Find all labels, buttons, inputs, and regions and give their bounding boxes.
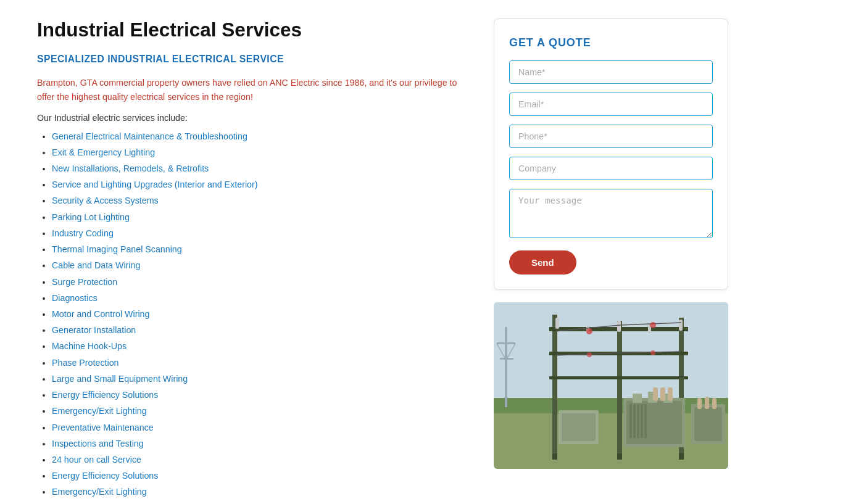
svg-point-46 [587,352,592,357]
list-item: Preventative Maintenance [52,501,469,504]
list-item: Inspections and Testing [52,436,469,451]
company-input[interactable] [509,157,713,180]
list-item: 24 hour on call Service [52,452,469,467]
list-item: Energy Efficiency Solutions [52,387,469,402]
svg-rect-50 [679,453,684,460]
list-item: Parking Lot Lighting [52,210,469,225]
list-item: Large and Small Equipment Wiring [52,371,469,386]
list-item: Preventative Maintenance [52,420,469,435]
list-item: Phase Protection [52,355,469,370]
svg-rect-27 [637,404,639,438]
svg-rect-25 [629,404,632,438]
svg-rect-48 [552,453,557,460]
substation-image [494,302,728,469]
page-subtitle: SPECIALIZED INDUSTRIAL ELECTRICAL SERVIC… [37,54,469,65]
svg-rect-26 [633,404,636,438]
list-item: Diagnostics [52,291,469,305]
svg-rect-10 [617,321,622,456]
svg-point-47 [650,350,655,355]
services-intro: Our Industrial electric services include… [37,113,469,123]
svg-rect-6 [500,358,513,360]
list-item: Machine Hook-Ups [52,339,469,353]
list-item: Energy Efficiency Solutions [52,468,469,483]
svg-point-45 [650,322,656,328]
list-item: Emergency/Exit Lighting [52,403,469,418]
svg-rect-49 [617,453,622,460]
list-item: Service and Lighting Upgrades (Interior … [52,177,469,192]
send-button[interactable]: Send [509,250,576,275]
svg-rect-9 [552,315,557,456]
list-item: Cable and Data Wiring [52,258,469,273]
svg-rect-29 [644,404,647,438]
list-item: Exit & Emergency Lighting [52,145,469,160]
svg-rect-36 [705,397,709,409]
list-item: Surge Protection [52,275,469,289]
services-list: General Electrical Maintenance & Trouble… [37,129,469,504]
list-item: New Installations, Remodels, & Retrofits [52,161,469,176]
list-item: Security & Access Systems [52,193,469,208]
svg-rect-22 [633,394,642,403]
svg-rect-5 [497,342,515,344]
list-item: Emergency/Exit Lighting [52,484,469,499]
list-item: Motor and Control Wiring [52,307,469,321]
svg-rect-15 [555,318,559,329]
intro-paragraph: Brampton, GTA commercial property owners… [37,76,469,104]
email-input[interactable] [509,93,713,116]
svg-rect-32 [668,387,673,401]
phone-input[interactable] [509,125,713,148]
svg-rect-39 [562,413,596,441]
message-input[interactable] [509,189,713,238]
quote-title: GET A QUOTE [509,36,713,49]
svg-rect-17 [679,320,683,331]
svg-rect-31 [660,387,665,401]
svg-rect-37 [712,398,717,409]
list-item: Industry Coding [52,226,469,241]
svg-rect-35 [697,398,702,409]
list-item: Thermal Imaging Panel Scanning [52,242,469,257]
svg-rect-28 [641,404,643,438]
svg-point-44 [586,328,592,334]
list-item: Generator Installation [52,323,469,337]
quote-form-box: GET A QUOTE Send [494,19,728,290]
svg-rect-14 [549,376,688,379]
name-input[interactable] [509,60,713,84]
svg-rect-4 [505,327,507,407]
list-item: General Electrical Maintenance & Trouble… [52,129,469,144]
svg-rect-30 [653,387,658,401]
page-title: Industrial Electrical Services [37,19,469,41]
svg-rect-16 [617,321,621,332]
svg-rect-34 [694,407,722,441]
